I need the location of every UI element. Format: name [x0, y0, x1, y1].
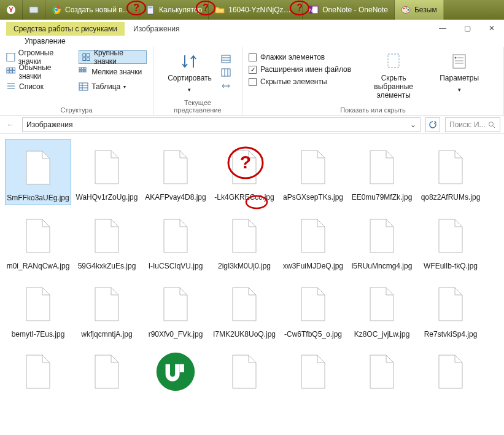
taskbar-label: Создать новый во...	[65, 6, 133, 14]
file-item[interactable]	[211, 343, 277, 400]
file-item[interactable]	[5, 343, 71, 400]
tab-images[interactable]: Изображения	[125, 22, 188, 36]
refresh-button[interactable]	[425, 117, 440, 132]
layout-large-icons[interactable]: Крупные значки	[79, 50, 147, 64]
file-thumbnail	[293, 143, 333, 192]
svg-rect-51	[222, 69, 230, 76]
address-bar[interactable]: Изображения ⌄	[22, 117, 421, 132]
taskbar-item-onenote[interactable]: ? N OneNote - OneNote	[303, 0, 395, 20]
svg-rect-48	[222, 55, 230, 63]
close-button[interactable]: ✕	[479, 21, 504, 36]
file-thumbnail	[431, 347, 470, 396]
file-item[interactable]: aPsGXsepTKs.jpg	[280, 139, 346, 205]
file-item[interactable]: l5RUuMncmg4.jpg	[349, 208, 415, 273]
taskbar-item-paint[interactable]: Безым	[395, 0, 444, 20]
autosize-icon[interactable]	[220, 81, 231, 91]
search-placeholder: Поиск: И...	[449, 120, 486, 129]
file-item[interactable]: I-IuCSCIqVU.jpg	[142, 208, 209, 273]
file-item[interactable]	[349, 343, 415, 400]
chevron-down-icon[interactable]: ⌄	[410, 120, 416, 129]
layout-normal-icons[interactable]: Обычные значки	[6, 65, 74, 79]
search-input[interactable]: Поиск: И...	[445, 117, 500, 132]
checkbox-icon	[249, 53, 257, 61]
svg-rect-34	[82, 68, 83, 69]
svg-rect-31	[10, 71, 12, 73]
checkbox-item-flags[interactable]: Флажки элементов	[249, 53, 351, 61]
file-item[interactable]: I7MK2UK8UoQ.jpg	[211, 276, 277, 341]
file-item[interactable]: r90Xfv0_FVk.jpg	[142, 276, 209, 341]
file-thumbnail	[293, 347, 333, 396]
contextual-subtab[interactable]: Управление	[0, 36, 504, 47]
file-item[interactable]: EE0mu79MfZk.jpg	[349, 139, 415, 205]
taskbar-label: Калькулятор	[159, 6, 202, 14]
file-item[interactable]	[74, 343, 140, 400]
layout-table[interactable]: Таблица ▾	[79, 80, 147, 93]
file-thumbnail	[225, 211, 264, 261]
file-item[interactable]: Kz8OC_jvjLw.jpg	[349, 276, 415, 341]
group-by-icon[interactable]	[220, 54, 231, 64]
file-item[interactable]: qo8z2AfRUMs.jpg	[417, 139, 484, 205]
file-thumbnail	[293, 211, 333, 261]
file-name: WaHQv1rZoUg.jpg	[76, 193, 138, 202]
file-name: 59G4kxkZuEs.jpg	[78, 262, 136, 270]
onenote-icon: N	[309, 5, 319, 15]
file-item[interactable]: -Cw6TfbQ5_o.jpg	[280, 276, 346, 341]
options-icon	[449, 52, 469, 71]
file-thumbnail	[87, 143, 126, 192]
taskbar-item-calculator[interactable]: ? Калькулятор	[139, 0, 209, 20]
explorer-window: Средства работы с рисунками Изображения …	[0, 20, 504, 405]
svg-rect-24	[87, 53, 90, 57]
location-bar: ← Изображения ⌄ Поиск: И...	[0, 116, 504, 134]
file-item[interactable]: m0i_RANqCwA.jpg	[5, 208, 71, 273]
file-thumbnail	[18, 143, 58, 192]
checkbox-item-hidden[interactable]: Скрытые элементы	[249, 77, 351, 86]
hide-icon	[384, 52, 403, 71]
file-item[interactable]: AKAFPvay4D8.jpg	[142, 139, 209, 205]
label: Мелкие значки	[91, 68, 142, 76]
file-thumbnail	[362, 347, 401, 396]
svg-rect-25	[83, 58, 86, 61]
back-button[interactable]: ←	[4, 118, 17, 131]
file-name: -Cw6TfbQ5_o.jpg	[284, 330, 342, 339]
sort-button[interactable]: Сортировать	[164, 50, 215, 95]
file-item[interactable]: Re7stvkiSp4.jpg	[417, 276, 484, 341]
small-icons-icon	[79, 67, 88, 77]
svg-rect-28	[10, 68, 12, 70]
taskbar-item-chrome[interactable]: Создать новый во...	[45, 0, 139, 20]
file-name: wkfjqcmntjA.jpg	[81, 330, 132, 339]
contextual-tab[interactable]: Средства работы с рисунками	[6, 22, 125, 36]
svg-text:N: N	[309, 7, 313, 13]
file-item[interactable]	[280, 343, 346, 400]
file-name: I7MK2UK8UoQ.jpg	[213, 330, 276, 339]
file-item[interactable]: WFEulIb-tkQ.jpg	[417, 208, 484, 273]
layout-list[interactable]: Список	[6, 80, 74, 93]
file-item[interactable]	[142, 343, 209, 400]
taskbar-item-explorer[interactable]: ? 16040-YzNiNjQzMT...	[209, 0, 303, 20]
svg-rect-29	[13, 68, 15, 70]
label: Флажки элементов	[260, 53, 325, 61]
file-item[interactable]: WaHQv1rZoUg.jpg	[74, 139, 140, 205]
file-thumbnail	[156, 211, 195, 261]
svg-rect-55	[388, 54, 399, 68]
file-item[interactable]: wkfjqcmntjA.jpg	[74, 276, 140, 341]
ribbon-group-title: Структура	[6, 105, 147, 114]
file-item[interactable]: xw3FuiMJDeQ.jpg	[280, 208, 346, 273]
taskbar-item-yandex[interactable]: Y	[0, 0, 23, 20]
checkbox-item-extensions[interactable]: ✓ Расширения имен файлов	[249, 65, 351, 74]
file-item[interactable]: bemytI-7Eus.jpg	[5, 276, 71, 341]
options-button[interactable]: Параметры	[436, 50, 483, 95]
layout-huge-icons[interactable]: Огромные значки	[6, 50, 74, 64]
file-item[interactable]	[417, 343, 484, 400]
file-item[interactable]: -Lk4GKRECcc.jpg	[211, 139, 277, 205]
layout-small-icons[interactable]: Мелкие значки	[79, 65, 147, 79]
taskbar-item-app[interactable]	[23, 0, 45, 20]
file-item[interactable]: 59G4kxkZuEs.jpg	[74, 208, 140, 273]
file-item[interactable]: 2igI3kM0Uj0.jpg	[211, 208, 277, 273]
file-pane[interactable]: SmFFko3aUEg.jpg WaHQv1rZoUg.jpg AKAFPvay…	[0, 134, 504, 405]
file-item[interactable]: SmFFko3aUEg.jpg	[5, 139, 71, 205]
minimize-button[interactable]: —	[430, 21, 455, 36]
file-thumbnail	[87, 211, 126, 261]
hide-selected-button[interactable]: Скрыть выбранные элементы	[362, 50, 425, 101]
maximize-button[interactable]: ▢	[455, 21, 479, 36]
add-columns-icon[interactable]	[220, 68, 231, 77]
